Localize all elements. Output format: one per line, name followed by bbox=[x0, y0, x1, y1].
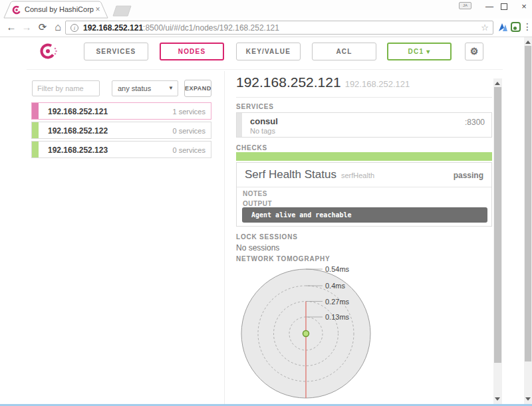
node-service-count: 0 services bbox=[172, 146, 205, 154]
scroll-up-icon[interactable] bbox=[525, 41, 531, 44]
node-service-count: 1 services bbox=[172, 108, 205, 116]
check-status-badge: passing bbox=[454, 171, 483, 180]
home-button[interactable]: ⌂ bbox=[52, 21, 64, 33]
url-host: 192.168.252.121 bbox=[83, 23, 143, 33]
node-marker-dot[interactable] bbox=[303, 331, 309, 337]
check-id: serfHealth bbox=[341, 171, 374, 179]
tab-close-icon[interactable]: × bbox=[93, 5, 102, 14]
extension-icon[interactable] bbox=[497, 22, 508, 33]
window-maximize-button[interactable] bbox=[501, 3, 507, 10]
status-filter-select[interactable]: any status ▼ bbox=[112, 80, 178, 96]
url-path: :8500/ui/#/dc1/nodes/192.168.252.121 bbox=[143, 23, 279, 33]
node-detail-panel: 192.168.252.121192.168.252.121 SERVICES … bbox=[236, 37, 492, 404]
node-name: 192.168.252.122 bbox=[48, 126, 108, 136]
notes-label: NOTES bbox=[243, 190, 267, 197]
window-minimize-button[interactable]: — bbox=[484, 1, 495, 12]
check-name-text: Serf Health Status bbox=[245, 168, 336, 181]
service-card[interactable]: consul No tags :8300 bbox=[236, 112, 492, 138]
node-list-item[interactable]: 192.168.252.123 0 services bbox=[31, 141, 211, 158]
ring-label: 0.4ms bbox=[325, 282, 345, 290]
browser-toolbar: ← → ⟳ ⌂ i 192.168.252.121:8500/ui/#/dc1/… bbox=[0, 19, 532, 37]
filter-by-name-input[interactable] bbox=[32, 80, 100, 96]
service-status-stripe bbox=[237, 113, 242, 137]
check-status-bar bbox=[236, 152, 492, 161]
check-output-text: Agent alive and reachable bbox=[251, 211, 352, 219]
forward-button[interactable]: → bbox=[21, 21, 33, 33]
tab-nodes[interactable]: NODES bbox=[160, 43, 224, 60]
browser-menu-icon[interactable]: ⋮ bbox=[523, 21, 532, 32]
node-status-stripe bbox=[32, 122, 39, 138]
page-info-icon[interactable]: i bbox=[70, 24, 78, 32]
bookmark-star-icon[interactable]: ☆ bbox=[481, 23, 489, 33]
tab-services[interactable]: SERVICES bbox=[84, 43, 148, 60]
reload-button[interactable]: ⟳ bbox=[37, 21, 49, 33]
scroll-down-icon[interactable] bbox=[525, 397, 531, 401]
new-tab-button[interactable] bbox=[113, 6, 131, 16]
title-divider bbox=[236, 97, 492, 98]
node-status-stripe bbox=[32, 103, 39, 119]
browser-scrollbar-thumb[interactable] bbox=[525, 46, 531, 361]
ring-label: 0.13ms bbox=[325, 313, 350, 321]
url-bar[interactable]: i 192.168.252.121:8500/ui/#/dc1/nodes/19… bbox=[65, 21, 493, 35]
window-close-button[interactable]: × bbox=[519, 1, 529, 12]
consul-favicon-icon bbox=[12, 5, 21, 15]
check-card[interactable]: Serf Health StatusserfHealth passing NOT… bbox=[236, 162, 492, 227]
sidebar-divider bbox=[224, 71, 225, 404]
consul-page: SERVICES NODES KEY/VALUE ACL DC1 ▾ ⚙ any… bbox=[0, 37, 524, 404]
content-scrollbar[interactable] bbox=[493, 78, 502, 404]
consul-logo-icon bbox=[39, 41, 59, 61]
select-caret-icon: ▼ bbox=[168, 81, 174, 96]
scroll-up-icon[interactable] bbox=[495, 82, 500, 85]
services-section-label: SERVICES bbox=[236, 103, 274, 110]
service-port: :8300 bbox=[465, 118, 485, 127]
content-scrollbar-thumb[interactable] bbox=[494, 87, 501, 363]
check-name: Serf Health StatusserfHealth bbox=[245, 168, 374, 181]
browser-scrollbar[interactable] bbox=[524, 37, 532, 404]
tab-title[interactable]: Consul by HashiCorp bbox=[25, 5, 94, 13]
lock-sessions-empty: No sessions bbox=[236, 243, 279, 253]
network-tomography-chart: 0.54ms 0.4ms 0.27ms 0.13ms bbox=[236, 262, 492, 404]
url-text[interactable]: 192.168.252.121:8500/ui/#/dc1/nodes/192.… bbox=[83, 23, 279, 33]
node-status-stripe bbox=[32, 142, 39, 157]
ring-label: 0.27ms bbox=[325, 298, 350, 306]
service-name[interactable]: consul bbox=[250, 116, 278, 126]
check-header: Serf Health StatusserfHealth passing bbox=[237, 163, 491, 187]
scroll-down-icon[interactable] bbox=[495, 397, 500, 401]
lock-sessions-label: LOCK SESSIONS bbox=[236, 233, 298, 241]
tab-strip: Consul by HashiCorp × JA — × bbox=[0, 0, 532, 19]
ring-label: 0.54ms bbox=[325, 265, 350, 273]
page-title: 192.168.252.121192.168.252.121 bbox=[236, 74, 410, 90]
output-label: OUTPUT bbox=[243, 200, 272, 207]
ime-indicator-icon[interactable]: JA bbox=[459, 2, 471, 9]
service-tags: No tags bbox=[250, 127, 275, 135]
node-name: 192.168.252.123 bbox=[48, 146, 108, 155]
node-subtitle: 192.168.252.121 bbox=[345, 79, 410, 89]
extension-icon[interactable] bbox=[511, 22, 521, 32]
check-body: NOTES OUTPUT Agent alive and reachable bbox=[237, 187, 491, 227]
node-service-count: 0 services bbox=[172, 127, 205, 135]
status-filter-value: any status bbox=[118, 84, 151, 92]
node-list-item[interactable]: 192.168.252.122 0 services bbox=[31, 122, 211, 139]
node-list-item[interactable]: 192.168.252.121 1 services bbox=[31, 102, 211, 120]
browser-window: Consul by HashiCorp × JA — × ← → ⟳ ⌂ i 1… bbox=[0, 0, 532, 406]
expand-button[interactable]: EXPAND bbox=[184, 80, 211, 97]
node-name: 192.168.252.121 bbox=[48, 107, 108, 116]
node-title-text: 192.168.252.121 bbox=[236, 74, 341, 90]
check-output-box: Agent alive and reachable bbox=[242, 207, 487, 223]
checks-section-label: CHECKS bbox=[236, 144, 267, 152]
back-button[interactable]: ← bbox=[5, 21, 17, 33]
